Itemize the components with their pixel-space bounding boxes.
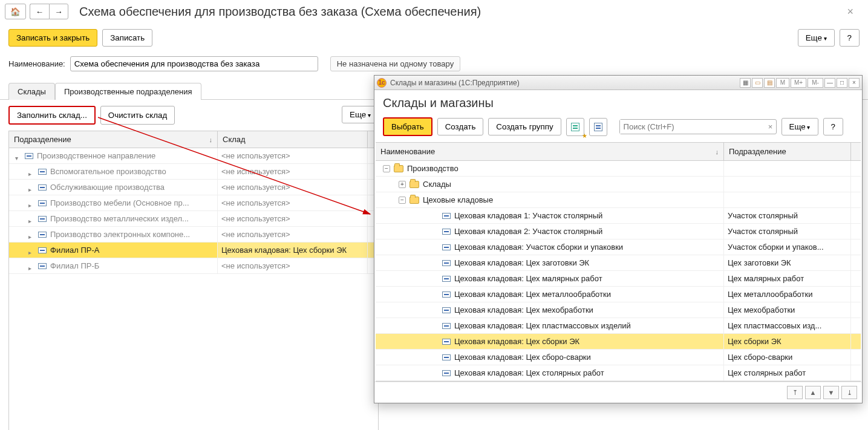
table-row[interactable]: Производство мебели (Основное пр...<не и… (9, 195, 378, 211)
maximize-icon[interactable]: □ (837, 78, 847, 88)
minus-icon (38, 247, 47, 253)
tb-icon-grid[interactable]: ▦ (740, 78, 751, 88)
back-button[interactable]: ← (30, 4, 49, 19)
row-value: Участок сборки и упаков... (728, 243, 824, 252)
tb-mplus-button[interactable]: M+ (791, 78, 806, 88)
table-row[interactable]: Филиал ПР-Б<не используется> (9, 258, 378, 274)
chevron-right-icon[interactable] (28, 184, 34, 191)
table-row[interactable]: Филиал ПР-АЦеховая кладовая: Цех сборки … (9, 243, 378, 258)
fill-warehouse-button[interactable]: Заполнить склад... (8, 106, 96, 125)
forward-button[interactable]: → (49, 4, 68, 19)
table-row[interactable]: Цеховая кладовая: Цех пластмассовых изде… (376, 318, 861, 334)
row-value: Цех столярных работ (728, 368, 806, 377)
search-input[interactable]: × (619, 119, 777, 134)
sub-more-button[interactable]: Еще (342, 106, 379, 123)
page-title: Схема обеспечения для производства без з… (79, 5, 481, 19)
minus-icon (38, 169, 47, 175)
row-value: <не используется> (221, 183, 290, 192)
table-row[interactable]: Цеховая кладовая 1: Участок столярныйУча… (376, 208, 861, 224)
row-value: <не используется> (221, 151, 290, 160)
table-row[interactable]: Цеховая кладовая: Участок сборки и упако… (376, 239, 861, 255)
table-row[interactable]: Вспомогательное производство<не использу… (9, 164, 378, 180)
clear-search-icon[interactable]: × (765, 122, 776, 131)
table-row[interactable]: Обслуживающие производства<не использует… (9, 180, 378, 195)
table-row[interactable]: Цеховая кладовая: Цех сборо-сваркиЦех сб… (376, 350, 861, 365)
tab-warehouses[interactable]: Склады (8, 83, 55, 100)
table-row[interactable]: Цеховая кладовая: Цех металлообработкиЦе… (376, 287, 861, 302)
chevron-right-icon[interactable] (28, 247, 34, 253)
row-value: Цех сборки ЭК (728, 337, 782, 346)
scroll-top-icon[interactable]: ⤒ (787, 386, 803, 399)
selection-dialog: 1c Склады и магазины (1С:Предприятие) ▦ … (374, 75, 863, 403)
row-value: <не используется> (221, 230, 290, 239)
dialog-close-icon[interactable]: × (849, 78, 860, 88)
dialog-more-button[interactable]: Еще (782, 118, 818, 135)
collapse-icon[interactable]: − (399, 197, 406, 204)
chevron-right-icon[interactable] (28, 200, 34, 206)
chevron-right-icon[interactable] (28, 216, 34, 222)
tb-icon-calendar[interactable]: ▤ (764, 78, 775, 88)
clear-warehouse-button[interactable]: Очистить склад (100, 106, 175, 125)
table-row[interactable]: +Склады (376, 177, 861, 192)
tb-mminus-button[interactable]: M- (808, 78, 823, 88)
minus-icon (442, 354, 451, 360)
table-row[interactable]: −Производство (376, 161, 861, 177)
table-row[interactable]: Цеховая кладовая: Цех мехобработкиЦех ме… (376, 302, 861, 318)
row-label: Цеховая кладовая: Цех металлообработки (454, 290, 611, 299)
table-row[interactable]: −Цеховые кладовые (376, 192, 861, 208)
row-label: Склады (423, 180, 451, 189)
app-icon: 1c (377, 78, 387, 88)
list-toggle-icon[interactable] (589, 118, 607, 136)
warehouses-grid: Наименование ↓ Подразделение −Производст… (376, 142, 861, 382)
row-label: Цеховая кладовая: Цех заготовки ЭК (454, 258, 589, 267)
table-row[interactable]: Производство металлических издел...<не и… (9, 211, 378, 227)
table-row[interactable]: Цеховая кладовая: Цех сборки ЭКЦех сборк… (376, 334, 861, 350)
table-row[interactable]: Цеховая кладовая: Цех малярных работЦех … (376, 271, 861, 287)
minimize-icon[interactable]: — (824, 78, 835, 88)
create-item-icon[interactable]: ★ (566, 118, 584, 136)
create-group-button[interactable]: Создать группу (488, 118, 561, 135)
help-button[interactable]: ? (840, 29, 860, 47)
row-label: Цеховая кладовая 1: Участок столярный (454, 211, 602, 220)
scroll-down-icon[interactable]: ▼ (823, 386, 839, 399)
row-value: Цех металлообработки (728, 290, 812, 299)
dcol-name[interactable]: Наименование ↓ (376, 143, 724, 160)
col-department[interactable]: Подразделение ↓ (9, 131, 218, 148)
chevron-right-icon[interactable] (28, 263, 34, 269)
tb-icon-calc[interactable]: ▭ (752, 78, 763, 88)
tb-m-button[interactable]: M (776, 78, 789, 88)
save-button[interactable]: Записать (102, 29, 152, 47)
col-warehouse[interactable]: Склад (218, 131, 368, 148)
expand-icon[interactable]: + (399, 181, 406, 188)
name-field[interactable] (70, 56, 318, 71)
row-value: <не используется> (221, 214, 290, 223)
table-row[interactable]: Производственное направление<не использу… (9, 148, 378, 164)
home-button[interactable]: 🏠 (5, 4, 26, 19)
scroll-bottom-icon[interactable]: ⤓ (841, 386, 857, 399)
select-button[interactable]: Выбрать (383, 117, 432, 136)
row-value: Цех пластмассовых изд... (728, 321, 821, 330)
table-row[interactable]: Цеховая кладовая: Цех столярных работЦех… (376, 365, 861, 381)
create-button[interactable]: Создать (437, 118, 484, 135)
assignment-note: Не назначена ни одному товару (330, 56, 460, 71)
row-value: Участок столярный (728, 211, 798, 220)
dcol-department[interactable]: Подразделение (724, 143, 851, 160)
table-row[interactable]: Цеховая кладовая 2: Участок столярныйУча… (376, 224, 861, 239)
table-row[interactable]: Производство электронных компоне...<не и… (9, 227, 378, 243)
close-icon[interactable]: × (847, 5, 853, 18)
row-label: Цеховые кладовые (423, 195, 493, 204)
chevron-right-icon[interactable] (28, 232, 34, 238)
collapse-icon[interactable]: − (383, 165, 390, 172)
row-label: Филиал ПР-Б (50, 261, 99, 270)
dialog-window-title: Склады и магазины (1С:Предприятие) (390, 79, 520, 87)
minus-icon (442, 370, 451, 376)
tab-departments[interactable]: Производственные подразделения (55, 83, 201, 100)
dialog-help-button[interactable]: ? (823, 118, 843, 135)
chevron-right-icon[interactable] (28, 169, 34, 175)
more-button[interactable]: Еще (798, 29, 835, 47)
scroll-up-icon[interactable]: ▲ (805, 386, 821, 399)
folder-icon (410, 181, 419, 188)
save-close-button[interactable]: Записать и закрыть (8, 29, 97, 47)
chevron-down-icon[interactable] (15, 153, 21, 159)
table-row[interactable]: Цеховая кладовая: Цех заготовки ЭКЦех за… (376, 255, 861, 271)
